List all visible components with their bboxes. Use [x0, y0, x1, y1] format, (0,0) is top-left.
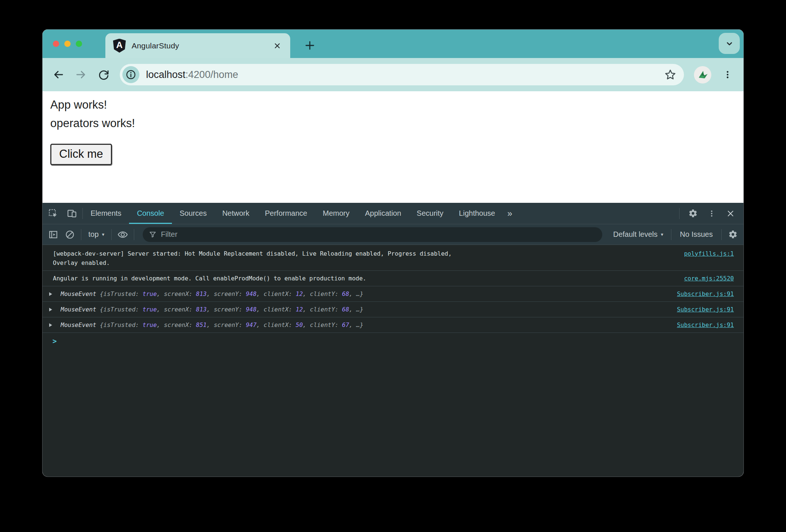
- console-log-area[interactable]: [webpack-dev-server] Server started: Hot…: [43, 245, 743, 477]
- expand-triangle-icon[interactable]: [49, 292, 52, 296]
- source-link[interactable]: core.mjs:25520: [684, 274, 734, 283]
- console-message[interactable]: MouseEvent {isTrusted: true, screenX: 85…: [43, 317, 743, 333]
- url-text[interactable]: localhost:4200/home: [146, 69, 657, 81]
- window-controls: [53, 41, 82, 47]
- divider: [679, 208, 680, 219]
- console-message[interactable]: [webpack-dev-server] Server started: Hot…: [43, 246, 743, 271]
- divider: [111, 229, 112, 240]
- filter-placeholder: Filter: [161, 230, 177, 239]
- browser-toolbar: localhost:4200/home: [43, 58, 743, 91]
- tab-sources[interactable]: Sources: [172, 203, 214, 224]
- page-content: App works! operators works! Click me: [43, 91, 743, 203]
- more-panels-icon[interactable]: »: [503, 203, 516, 224]
- expand-triangle-icon[interactable]: [49, 323, 52, 327]
- tab-console[interactable]: Console: [129, 203, 172, 224]
- site-info-icon[interactable]: [122, 66, 139, 83]
- source-link[interactable]: Subscriber.js:91: [677, 289, 734, 299]
- log-levels-label: Default levels: [613, 230, 657, 239]
- click-me-button[interactable]: Click me: [50, 144, 112, 165]
- source-link[interactable]: Subscriber.js:91: [677, 305, 734, 314]
- issues-counter[interactable]: No Issues: [677, 230, 716, 239]
- devtools-panel: ElementsConsoleSourcesNetworkPerformance…: [43, 203, 743, 477]
- console-settings-gear-icon[interactable]: [727, 229, 738, 240]
- console-message[interactable]: MouseEvent {isTrusted: true, screenX: 81…: [43, 286, 743, 302]
- app-works-heading: App works!: [50, 97, 743, 113]
- devtools-tabs: ElementsConsoleSourcesNetworkPerformance…: [83, 203, 503, 224]
- console-sidebar-icon[interactable]: [48, 229, 59, 240]
- profile-avatar[interactable]: [694, 66, 711, 83]
- tab-search-button[interactable]: [719, 33, 740, 54]
- tab-security[interactable]: Security: [409, 203, 451, 224]
- context-label: top: [88, 230, 99, 239]
- divider: [671, 229, 671, 240]
- browser-tab[interactable]: A AngularStudy: [105, 33, 290, 58]
- new-tab-button[interactable]: [301, 37, 318, 54]
- dropdown-caret-icon: ▾: [102, 232, 105, 237]
- close-window-button[interactable]: [53, 41, 59, 47]
- tab-strip: A AngularStudy: [43, 30, 743, 58]
- device-toolbar-icon[interactable]: [66, 208, 77, 219]
- log-levels-dropdown[interactable]: Default levels ▾: [611, 230, 665, 239]
- tab-network[interactable]: Network: [214, 203, 257, 224]
- console-toolbar: top ▾ Filter Default levels ▾: [43, 224, 743, 245]
- back-button[interactable]: [52, 68, 65, 81]
- devtools-tabbar: ElementsConsoleSourcesNetworkPerformance…: [43, 203, 743, 224]
- console-message[interactable]: MouseEvent {isTrusted: true, screenX: 81…: [43, 302, 743, 317]
- devtools-menu-icon[interactable]: [706, 208, 717, 219]
- live-expression-eye-icon[interactable]: [117, 229, 128, 240]
- tab-close-icon[interactable]: [272, 40, 283, 51]
- address-bar[interactable]: localhost:4200/home: [120, 64, 684, 85]
- console-message[interactable]: Angular is running in development mode. …: [43, 271, 743, 286]
- tab-application[interactable]: Application: [357, 203, 409, 224]
- divider: [81, 229, 81, 240]
- context-selector[interactable]: top ▾: [87, 230, 106, 239]
- chevron-down-icon: [725, 39, 734, 48]
- browser-window: A AngularStudy: [43, 30, 743, 477]
- console-filter-input[interactable]: Filter: [143, 227, 602, 242]
- source-link[interactable]: Subscriber.js:91: [677, 320, 734, 330]
- url-host: localhost: [146, 69, 186, 80]
- tab-memory[interactable]: Memory: [315, 203, 357, 224]
- browser-menu-icon[interactable]: [721, 68, 734, 81]
- minimize-window-button[interactable]: [64, 41, 71, 47]
- maximize-window-button[interactable]: [76, 41, 82, 47]
- tab-lighthouse[interactable]: Lighthouse: [451, 203, 503, 224]
- clear-console-icon[interactable]: [64, 229, 75, 240]
- tab-title: AngularStudy: [132, 41, 266, 50]
- filter-funnel-icon: [149, 231, 157, 239]
- tab-performance[interactable]: Performance: [257, 203, 315, 224]
- console-prompt[interactable]: >: [43, 333, 743, 345]
- divider: [721, 229, 722, 240]
- reload-button[interactable]: [97, 68, 110, 81]
- inspect-element-icon[interactable]: [48, 208, 59, 219]
- bookmark-star-icon[interactable]: [664, 68, 677, 81]
- tab-elements[interactable]: Elements: [83, 203, 129, 224]
- devtools-close-icon[interactable]: [725, 208, 736, 219]
- expand-triangle-icon[interactable]: [49, 308, 52, 311]
- dropdown-caret-icon: ▾: [661, 232, 664, 237]
- divider: [134, 229, 134, 240]
- operators-works-heading: operators works!: [50, 116, 743, 131]
- console-messages: [webpack-dev-server] Server started: Hot…: [43, 246, 743, 333]
- angular-favicon-icon: A: [113, 39, 126, 53]
- forward-button[interactable]: [75, 68, 87, 81]
- prompt-chevron-icon: >: [52, 337, 57, 345]
- devtools-settings-gear-icon[interactable]: [687, 208, 698, 219]
- source-link[interactable]: polyfills.js:1: [684, 249, 734, 258]
- url-path: :4200/home: [186, 69, 238, 80]
